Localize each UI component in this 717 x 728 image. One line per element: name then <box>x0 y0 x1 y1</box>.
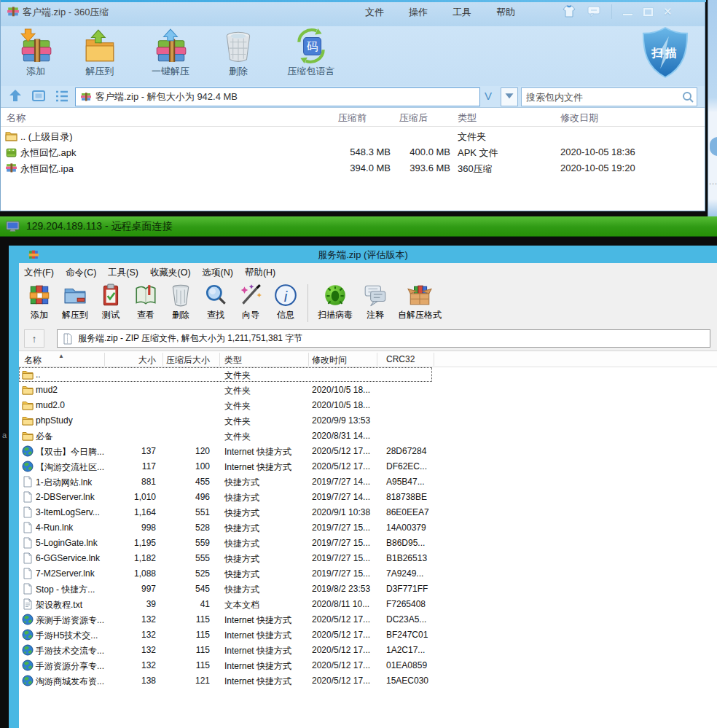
table-row[interactable]: 亲测手游资源专...132115Internet 快捷方式2020/5/12 1… <box>19 612 717 627</box>
column-header[interactable]: 修改日期 <box>560 111 598 125</box>
menubar-item[interactable]: 工具(S) <box>108 267 138 279</box>
table-row[interactable]: 必备文件夹2020/8/31 14... <box>19 428 717 444</box>
column-header[interactable]: 类型 <box>224 354 242 367</box>
toolbar-view-button[interactable]: 查看 <box>128 283 163 321</box>
table-row[interactable]: 4-Run.lnk998528快捷方式2019/7/27 15...14A003… <box>19 520 717 536</box>
sliver-circle-button[interactable] <box>710 137 717 156</box>
column-header[interactable]: 修改时间 <box>312 354 347 367</box>
crc32-value: F7265408 <box>386 599 426 609</box>
toolbar-find-button[interactable]: 查找 <box>198 283 233 321</box>
list-view-icon[interactable] <box>53 88 71 104</box>
crc32-value: 1A2C17... <box>386 645 425 655</box>
table-row[interactable]: 5-LoginGate.lnk1,195559快捷方式2019/7/27 15.… <box>19 536 717 551</box>
address-bar[interactable]: 客户端.zip - 解包大小为 942.4 MB <box>75 87 480 106</box>
toolbar-add-button[interactable]: 添加 <box>5 26 66 78</box>
table-row[interactable]: 2-DBServer.lnk1,010496快捷方式2019/7/27 14..… <box>19 490 717 505</box>
toolbar-one-click-extract-button[interactable]: 一键解压 <box>133 26 208 78</box>
window-title: 客户端.zip - 360压缩 <box>23 6 109 19</box>
column-header[interactable]: 大小 <box>102 354 156 367</box>
column-header[interactable]: 名称 <box>7 111 26 125</box>
menubar-item[interactable]: 命令(C) <box>66 267 96 279</box>
toolbar-scan-virus-button[interactable]: 扫描病毒 <box>313 283 358 321</box>
table-row[interactable]: 1-启动网站.lnk881455快捷方式2019/7/27 14...A95B4… <box>19 474 717 490</box>
table-row[interactable]: 6-GGService.lnk1,182555快捷方式2019/7/27 15.… <box>19 551 717 566</box>
toolbar-comment-button[interactable]: 注释 <box>358 283 393 321</box>
column-header[interactable]: 压缩后大小 <box>157 354 210 367</box>
table-row[interactable]: 3-ItemLogServ...1,164551快捷方式2020/9/1 10:… <box>19 505 717 520</box>
table-row[interactable]: 永恒回忆.apk548.3 MB400.0 MBAPK 文件2020-10-05… <box>1 144 705 160</box>
table-row[interactable]: 架设教程.txt3941文本文档2020/8/11 10...F7265408 <box>19 597 717 612</box>
search-input[interactable] <box>525 91 682 103</box>
folder-icon <box>22 430 34 442</box>
large-icon-view-icon[interactable] <box>30 88 47 104</box>
table-row[interactable]: 【双击】今日腾...137120Internet 快捷方式2020/5/12 1… <box>19 444 717 459</box>
up-directory-button[interactable]: ↑ <box>24 329 44 348</box>
rdp-titlebar[interactable]: 129.204.189.113 - 远程桌面连接 <box>0 216 717 237</box>
column-header[interactable]: 类型 <box>458 111 477 125</box>
toolbar-add-button[interactable]: 添加 <box>22 283 57 321</box>
packed-size: 545 <box>157 584 210 594</box>
page-icon <box>22 476 34 488</box>
menubar-item[interactable]: 收藏夹(O) <box>150 267 191 279</box>
table-row[interactable]: 【淘游交流社区...117100Internet 快捷方式2020/5/12 1… <box>19 459 717 474</box>
menubar-item[interactable]: 工具 <box>452 6 471 19</box>
toolbar-delete-button[interactable]: 删除 <box>163 283 198 321</box>
divider <box>611 4 612 19</box>
toolbar-extract-to-button[interactable]: 解压到 <box>66 26 133 78</box>
table-row[interactable]: Stop - 快捷方...997545快捷方式2019/8/2 23:53D3F… <box>19 582 717 597</box>
crc32-value: 818738BE <box>386 492 427 502</box>
minimize-button[interactable] <box>622 13 633 16</box>
feedback-icon[interactable] <box>587 4 601 19</box>
table-row[interactable]: .. (上级目录)文件夹 <box>1 128 705 144</box>
scan-shield-button[interactable]: 扫描 <box>640 26 690 79</box>
toolbar-wizard-button[interactable]: 向导 <box>233 283 268 321</box>
address-dropdown-button[interactable] <box>501 87 518 106</box>
rar-extract-icon <box>63 283 87 308</box>
column-header[interactable]: 压缩前 <box>338 111 367 125</box>
table-row[interactable]: mud2文件夹2020/10/5 18... <box>19 383 717 398</box>
page-icon <box>22 537 34 549</box>
column-header[interactable]: 名称 <box>24 354 42 367</box>
up-arrow-icon: ↑ <box>32 333 37 345</box>
up-arrow-icon[interactable] <box>7 88 24 104</box>
toolbar-extract-to-button[interactable]: 解压到 <box>57 283 93 321</box>
toolbar-info-button[interactable]: i信息 <box>268 283 303 321</box>
crc32-value: DC23A5... <box>386 614 426 625</box>
table-row[interactable]: 淘游商城发布资...138121Internet 快捷方式2020/5/12 1… <box>19 673 717 689</box>
toolbar-delete-button[interactable]: 删除 <box>208 26 269 78</box>
toolbar-archive-language-button[interactable]: 码压缩包语言 <box>269 26 353 78</box>
close-button[interactable]: ✕ <box>663 5 673 18</box>
packed-size: 559 <box>157 538 210 548</box>
globe-icon <box>22 629 34 641</box>
menubar-item[interactable]: 文件 <box>365 6 384 19</box>
table-row[interactable]: 7-M2Server.lnk1,088525快捷方式2019/7/27 15..… <box>19 566 717 582</box>
table-row[interactable]: 手游资源分享专...132115Internet 快捷方式2020/5/12 1… <box>19 658 717 673</box>
globe-icon <box>22 675 34 686</box>
menubar-item[interactable]: 帮助 <box>496 6 515 19</box>
table-row[interactable]: ..文件夹 <box>19 367 717 383</box>
toolbar-test-button[interactable]: 测试 <box>93 283 128 321</box>
search-icon[interactable] <box>682 91 694 103</box>
table-row[interactable]: 手游技术交流专...132115Internet 快捷方式2020/5/12 1… <box>19 643 717 658</box>
menubar-item[interactable]: 选项(N) <box>203 267 233 279</box>
rar-info-icon: i <box>273 283 298 308</box>
crc32-value: 14A00379 <box>386 522 426 533</box>
menubar-item[interactable]: 操作 <box>409 6 428 19</box>
table-row[interactable]: 永恒回忆.ipa394.0 MB393.6 MB360压缩2020-10-05 … <box>1 160 705 176</box>
column-header[interactable]: CRC32 <box>386 354 415 364</box>
maximize-button[interactable] <box>643 8 653 16</box>
table-row[interactable]: phpStudy文件夹2020/9/9 13:53 <box>19 413 717 428</box>
column-header-row: 名称压缩前压缩后类型修改日期 <box>1 108 705 127</box>
file-size: 998 <box>102 522 156 533</box>
table-row[interactable]: mud2.0文件夹2020/10/5 18... <box>19 398 717 413</box>
textpage-icon <box>22 598 34 610</box>
menubar-item[interactable]: 文件(F) <box>24 267 54 279</box>
menubar-item[interactable]: 帮助(H) <box>245 267 275 279</box>
column-header[interactable]: 压缩后 <box>399 111 428 125</box>
skin-icon[interactable] <box>562 4 576 19</box>
table-row[interactable]: 手游H5技术交...132115Internet 快捷方式2020/5/12 1… <box>19 627 717 643</box>
archive-address-combo[interactable]: 服务端.zip - ZIP 压缩文件, 解包大小为 1,211,751,381 … <box>57 329 710 348</box>
toolbar-sfx-button[interactable]: 自解压格式 <box>393 283 447 321</box>
file-name: .. (上级目录) <box>20 130 73 144</box>
file-type: APK 文件 <box>458 146 498 160</box>
